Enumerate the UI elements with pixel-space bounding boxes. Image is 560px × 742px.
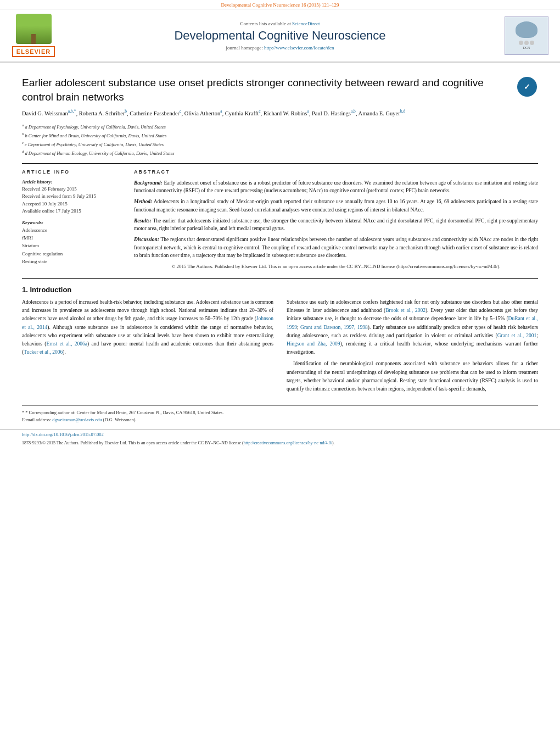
homepage-label: journal homepage: [226, 45, 263, 51]
intro-body-columns: Adolescence is a period of increased hea… [22, 298, 538, 397]
footnote-email: E-mail address: dgweissman@ucdavis.edu (… [22, 416, 538, 423]
keyword-adolescence: Adolescence [22, 226, 121, 234]
intro-right-p1: Substance use early in adolescence confe… [287, 298, 538, 356]
abstract-discussion: Discussion: The regions that demonstrate… [134, 236, 538, 260]
cite-grant2001[interactable]: Grant et al., 2001 [497, 333, 537, 338]
abstract-results: Results: The earlier that adolescents in… [134, 217, 538, 233]
article-title-section: Earlier adolescent substance use onset p… [22, 76, 538, 104]
footnote-star: * * Corresponding author at: Center for … [22, 409, 538, 416]
cite-tucker[interactable]: Tucker et al., 2006 [24, 349, 63, 355]
article-body: Earlier adolescent substance use onset p… [0, 63, 560, 423]
received-date: Received 26 February 2015 [22, 186, 121, 193]
crossmark-icon[interactable]: ✓ [517, 77, 537, 97]
method-head: Method: [134, 199, 152, 204]
results-head: Results: [134, 218, 152, 224]
email-label: E-mail address: [22, 417, 51, 422]
authors-line: David G. Weissmana,b,*, Roberta A. Schri… [22, 108, 538, 118]
intro-right-p2: Identification of the neurobiological co… [287, 360, 538, 393]
abstract-copyright: © 2015 The Authors. Published by Elsevie… [134, 263, 538, 271]
available-date: Available online 17 July 2015 [22, 208, 121, 215]
elsevier-logo-area: ELSEVIER [9, 14, 58, 57]
intro-right-col: Substance use early in adolescence confe… [287, 298, 538, 397]
section-divider [22, 278, 538, 279]
keyword-striatum: Striatum [22, 242, 121, 249]
intro-left-col: Adolescence is a period of increased hea… [22, 298, 273, 397]
section-number: 1. [22, 286, 28, 294]
homepage-url[interactable]: http://www.elsevier.com/locate/dcn [264, 45, 334, 51]
abstract-title: ABSTRACT [134, 169, 538, 175]
elsevier-wordmark: ELSEVIER [12, 46, 55, 57]
article-info-column: ARTICLE INFO Article history: Received 2… [22, 169, 121, 271]
keyword-cognitive: Cognitive regulation [22, 250, 121, 258]
abstract-column: ABSTRACT Background: Early adolescent on… [134, 169, 538, 271]
background-text: Early adolescent onset of substance use … [134, 180, 538, 194]
section-title: Introduction [30, 286, 71, 294]
cover-text: DCN [523, 46, 530, 49]
results-text: The earlier that adolescents initiated s… [134, 218, 538, 232]
article-history-section: Article history: Received 26 February 20… [22, 179, 121, 215]
abstract-text: Background: Early adolescent onset of su… [134, 179, 538, 271]
elsevier-tree-image [16, 14, 52, 44]
journal-reference: Developmental Cognitive Neuroscience 16 … [221, 2, 339, 8]
top-bar: Developmental Cognitive Neuroscience 16 … [0, 0, 560, 9]
abstract-background: Background: Early adolescent onset of su… [134, 179, 538, 195]
method-text: Adolescents in a longitudinal study of M… [134, 199, 538, 213]
journal-cover-image: DCN [502, 16, 551, 55]
cite-hingson[interactable]: Hingson and Zha, 2009 [287, 341, 340, 347]
sciencedirect-link[interactable]: ScienceDirect [292, 21, 320, 26]
background-head: Background: [134, 180, 163, 186]
history-label: Article history: [22, 179, 121, 185]
keyword-fmri: fMRI [22, 234, 121, 242]
footnotes: * * Corresponding author at: Center for … [22, 405, 538, 423]
cite-johnson[interactable]: Johnson et al., 2014 [22, 316, 273, 330]
info-abstract-columns: ARTICLE INFO Article history: Received 2… [22, 163, 538, 271]
abstract-method: Method: Adolescents in a longitudinal st… [134, 198, 538, 214]
footer-disclaimer: 1878-9293/© 2015 The Authors. Published … [0, 440, 560, 445]
cover-box: DCN [505, 16, 548, 55]
cover-icon-row [519, 41, 534, 45]
introduction-section: 1. Introduction Adolescence is a period … [22, 286, 538, 397]
affiliations: a a Department of Psychology, University… [22, 122, 538, 158]
accepted-date: Accepted 10 July 2015 [22, 200, 121, 208]
doi-link[interactable]: http://dx.doi.org/10.1016/j.dcn.2015.07.… [22, 432, 104, 437]
footnote-star-text: * Corresponding author at: Center for Mi… [25, 410, 223, 415]
cc-license-link[interactable]: http://creativecommons.org/licenses/by-n… [244, 440, 332, 445]
journal-title-area: Contents lists available at ScienceDirec… [58, 21, 502, 51]
cover-head-icon [516, 21, 537, 38]
crossmark-logo: ✓ [516, 76, 538, 98]
intro-section-title: 1. Introduction [22, 286, 538, 294]
contents-line: Contents lists available at ScienceDirec… [58, 21, 502, 26]
keywords-section: Keywords: Adolescence fMRI Striatum Cogn… [22, 220, 121, 266]
cite-ernst[interactable]: Ernst et al., 2006a [46, 341, 87, 347]
keyword-resting: Resting state [22, 258, 121, 265]
affiliation-a: a a Department of Psychology, University… [22, 122, 538, 131]
keywords-label: Keywords: [22, 220, 121, 225]
affiliation-d: d d Department of Human Ecology, Univers… [22, 148, 538, 157]
cite-grant-dawson[interactable]: Grant and Dawson, 1997, 1998 [300, 325, 368, 330]
affiliation-b: b b Center for Mind and Brain, Universit… [22, 131, 538, 140]
journal-header: ELSEVIER Contents lists available at Sci… [0, 9, 560, 63]
footer-issn-line: 1878-9293/© 2015 The Authors. Published … [22, 440, 335, 445]
email-suffix: (D.G. Weissman). [103, 417, 137, 422]
footer-doi: http://dx.doi.org/10.1016/j.dcn.2015.07.… [0, 429, 560, 439]
homepage-line: journal homepage: http://www.elsevier.co… [58, 45, 502, 51]
affiliation-c: c c Department of Psychiatry, University… [22, 140, 538, 148]
discussion-text: The regions that demonstrated significan… [134, 237, 538, 258]
email-link[interactable]: dgweissman@ucdavis.edu [52, 417, 102, 422]
article-info-title: ARTICLE INFO [22, 169, 121, 175]
intro-left-p1: Adolescence is a period of increased hea… [22, 298, 273, 356]
revised-date: Received in revised form 9 July 2015 [22, 193, 121, 200]
article-title: Earlier adolescent substance use onset p… [22, 76, 511, 104]
cite-brook[interactable]: Brook et al., 2002 [385, 308, 425, 313]
discussion-head: Discussion: [134, 237, 159, 242]
contents-label: Contents lists available at [240, 21, 291, 26]
journal-main-title: Developmental Cognitive Neuroscience [58, 29, 502, 43]
